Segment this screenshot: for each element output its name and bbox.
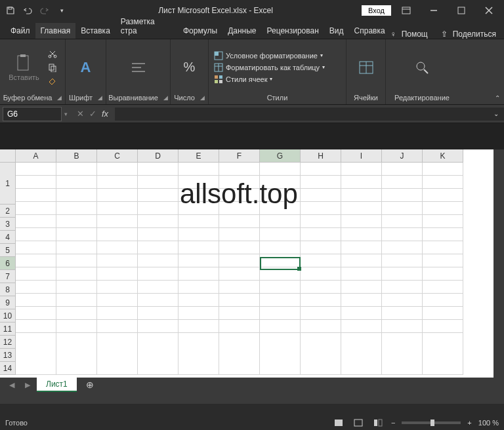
cell[interactable] [16,241,56,254]
cell[interactable] [178,254,219,267]
row-header[interactable]: 11 [0,322,16,336]
cell[interactable] [97,267,138,281]
alignment-button[interactable] [127,56,150,79]
cut-icon[interactable] [46,48,59,60]
sheet-tab-1[interactable]: Лист1 [37,378,77,392]
cell[interactable] [382,189,423,202]
cell[interactable] [301,189,341,202]
cell[interactable] [423,176,463,189]
cell[interactable] [178,267,219,281]
cell[interactable] [138,267,178,281]
formula-bar[interactable] [115,108,504,121]
cell[interactable] [219,254,260,267]
cell[interactable] [138,281,178,294]
minimize-icon[interactable] [421,1,446,20]
cell[interactable] [138,254,178,267]
cell[interactable] [341,202,382,215]
cell[interactable] [382,202,423,215]
name-box[interactable] [3,107,62,121]
cell[interactable] [138,333,178,375]
cell[interactable] [301,294,341,307]
cell[interactable] [301,254,341,267]
cell[interactable] [178,307,219,320]
cell[interactable] [301,333,341,375]
cell[interactable] [138,320,178,333]
tab-home[interactable]: Главная [35,23,76,39]
cell[interactable] [138,307,178,320]
cell[interactable] [16,189,56,202]
horizontal-scrollbar[interactable] [0,392,504,404]
tab-formulas[interactable]: Формулы [178,23,222,39]
cell[interactable] [341,215,382,228]
cell[interactable] [423,163,463,176]
cell[interactable] [382,176,423,189]
cell[interactable] [97,281,138,294]
cell[interactable] [97,215,138,228]
number-button[interactable]: % [178,56,201,79]
row-header[interactable]: 1 [0,163,16,205]
cell[interactable] [16,307,56,320]
cell[interactable] [56,228,97,241]
cell[interactable] [138,189,178,202]
add-sheet-icon[interactable]: ⊕ [79,380,100,390]
cell[interactable] [138,294,178,307]
normal-view-icon[interactable] [332,418,345,428]
dialog-launcher-icon[interactable]: ◢ [95,94,102,101]
zoom-level[interactable]: 100 % [478,419,499,427]
cell[interactable] [178,333,219,375]
cell[interactable] [178,241,219,254]
tab-view[interactable]: Вид [324,23,349,39]
page-break-view-icon[interactable] [371,418,385,428]
cell[interactable] [382,163,423,176]
cell[interactable] [16,215,56,228]
sheet-nav-next-icon[interactable]: ▶ [21,381,34,389]
cell[interactable] [16,281,56,294]
redo-icon[interactable] [37,3,52,18]
cell[interactable] [301,215,341,228]
cell[interactable] [56,333,97,375]
cell[interactable] [423,333,463,375]
editing-button[interactable] [410,56,434,79]
share-label[interactable]: Поделиться [453,29,496,39]
dialog-launcher-icon[interactable]: ◢ [54,94,62,101]
zoom-out-icon[interactable]: − [391,419,395,427]
font-button[interactable]: A [74,56,98,79]
cell[interactable] [382,307,423,320]
cell[interactable] [341,254,382,267]
cell[interactable] [341,281,382,294]
cell[interactable] [138,176,178,189]
cells-button[interactable] [354,56,378,79]
row-header[interactable]: 6 [0,257,16,270]
cell[interactable] [178,320,219,333]
cell[interactable] [423,241,463,254]
cell[interactable] [56,163,97,176]
ribbon-display-icon[interactable] [394,1,419,20]
cell[interactable] [219,294,260,307]
cell[interactable] [341,294,382,307]
cell[interactable] [97,228,138,241]
cell[interactable] [16,228,56,241]
cell[interactable] [56,307,97,320]
cell[interactable] [16,267,56,281]
row-header[interactable]: 9 [0,296,16,309]
column-header[interactable]: B [56,149,97,163]
cell[interactable] [219,241,260,254]
tab-file[interactable]: Файл [5,23,35,39]
copy-icon[interactable] [46,62,59,73]
cell[interactable] [382,333,423,375]
cell[interactable] [56,281,97,294]
tab-help[interactable]: Справка [349,23,390,39]
tab-data[interactable]: Данные [222,23,261,39]
column-header[interactable]: K [423,149,463,163]
column-header[interactable]: F [219,149,260,163]
page-layout-view-icon[interactable] [352,418,365,428]
cell[interactable] [423,281,463,294]
cell[interactable] [260,241,301,254]
column-header[interactable]: J [382,149,423,163]
conditional-formatting-button[interactable]: Условное форматирование▾ [213,50,342,61]
cell[interactable] [301,307,341,320]
zoom-in-icon[interactable]: + [467,419,471,427]
tab-review[interactable]: Рецензирован [262,23,324,39]
cell[interactable] [301,241,341,254]
cell[interactable] [341,241,382,254]
